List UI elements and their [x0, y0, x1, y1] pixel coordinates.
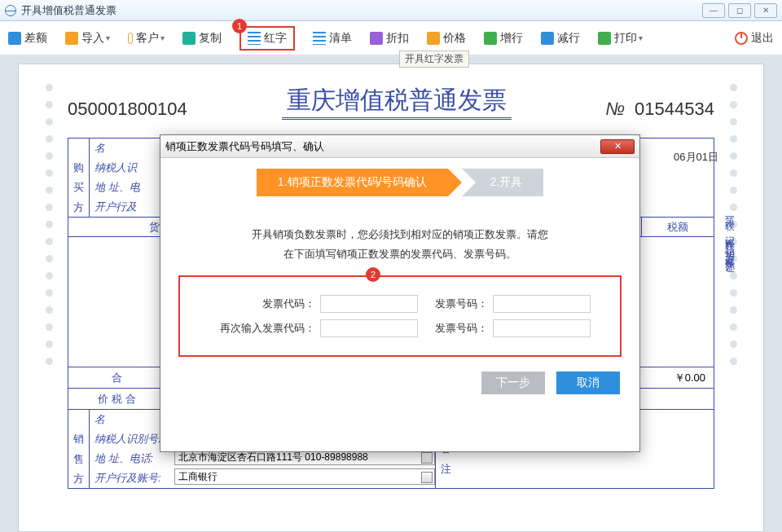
step-2: 2.开具	[462, 169, 543, 196]
dialog-desc: 开具销项负数发票时，您必须找到相对应的销项正数发票。请您 在下面填写销项正数发票…	[193, 225, 607, 264]
step-1: 1.销项正数发票代码/号码确认	[257, 169, 449, 196]
next-button[interactable]: 下一步	[481, 372, 545, 394]
invoice-num-label: 发票号码：	[423, 297, 488, 311]
invoice-code2-input[interactable]	[320, 319, 418, 337]
red-code-dialog: 销项正数发票代码号码填写、确认 ✕ 1.销项正数发票代码/号码确认 2.开具 开…	[160, 134, 640, 452]
dialog-buttons: 下一步 取消	[160, 357, 639, 409]
modal-overlay: 销项正数发票代码号码填写、确认 ✕ 1.销项正数发票代码/号码确认 2.开具 开…	[0, 0, 782, 532]
input-area: 2 发票代码： 发票号码： 再次输入发票代码： 发票号码：	[178, 275, 622, 357]
invoice-num-input[interactable]	[493, 295, 591, 313]
dialog-close-button[interactable]: ✕	[600, 139, 635, 154]
invoice-code-input[interactable]	[320, 295, 418, 313]
dialog-title: 销项正数发票代码号码填写、确认	[165, 139, 324, 154]
wizard-steps: 1.销项正数发票代码/号码确认 2.开具	[160, 165, 639, 200]
invoice-code2-label: 再次输入发票代码：	[209, 321, 315, 336]
invoice-num2-label: 发票号码：	[423, 321, 488, 336]
dialog-titlebar: 销项正数发票代码号码填写、确认 ✕	[160, 135, 639, 158]
invoice-num2-input[interactable]	[493, 319, 591, 337]
cancel-button[interactable]: 取消	[556, 372, 620, 394]
invoice-code-label: 发票代码：	[209, 297, 315, 311]
callout-2: 2	[366, 267, 380, 282]
